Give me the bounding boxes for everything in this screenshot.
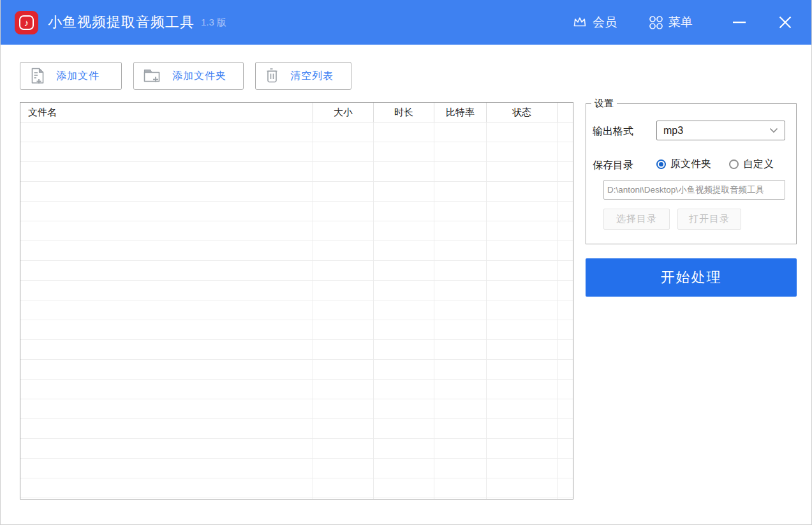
column-header-filename[interactable]: 文件名	[20, 103, 313, 122]
toolbar: 添加文件 添加文件夹	[20, 62, 351, 90]
menu-grid-icon	[649, 15, 663, 30]
crown-icon	[572, 15, 587, 29]
close-button[interactable]	[774, 11, 796, 33]
settings-group-title: 设置	[591, 97, 617, 110]
radio-original-folder[interactable]: 原文件夹	[656, 158, 711, 171]
add-files-label: 添加文件	[56, 70, 100, 83]
minimize-icon	[732, 20, 746, 24]
output-format-label: 输出格式	[593, 125, 633, 138]
choose-directory-button[interactable]: 选择目录	[603, 209, 670, 230]
settings-groupbox: 设置 输出格式 mp3 保存目录 原文件夹 自定义 D:\antoni\Desk…	[586, 103, 797, 244]
column-divider	[313, 122, 313, 499]
column-header-status[interactable]: 状态	[487, 103, 557, 122]
app-version: 1.3 版	[201, 17, 226, 29]
file-table-header: 文件名 大小 时长 比特率 状态	[20, 103, 573, 122]
output-format-select[interactable]: mp3	[656, 121, 785, 140]
column-header-extra	[557, 103, 573, 122]
menu-button[interactable]: 菜单	[649, 14, 693, 31]
app-title: 小鱼视频提取音频工具	[48, 13, 195, 32]
close-icon	[778, 15, 792, 29]
start-processing-button[interactable]: 开始处理	[586, 258, 797, 297]
output-format-value: mp3	[663, 125, 769, 137]
radio-custom-folder[interactable]: 自定义	[729, 158, 774, 171]
music-note-icon: ♪	[19, 15, 34, 30]
column-divider	[373, 122, 374, 499]
minimize-button[interactable]	[728, 11, 750, 33]
column-header-duration[interactable]: 时长	[374, 103, 434, 122]
save-dir-label: 保存目录	[593, 159, 633, 172]
trash-icon	[265, 67, 280, 85]
save-path-input[interactable]: D:\antoni\Desktop\小鱼视频提取音频工具	[603, 180, 785, 200]
radio-original-folder-label: 原文件夹	[670, 158, 711, 171]
file-table-body	[20, 122, 573, 499]
save-dir-radio-group: 原文件夹 自定义	[656, 158, 774, 171]
add-file-icon	[29, 67, 46, 85]
column-header-size[interactable]: 大小	[313, 103, 374, 122]
file-list-table: 文件名 大小 时长 比特率 状态	[20, 102, 573, 499]
column-divider	[557, 122, 557, 499]
add-folder-icon	[143, 67, 162, 85]
radio-checked-icon	[656, 159, 666, 169]
clear-list-button[interactable]: 清空列表	[255, 62, 351, 90]
clear-list-label: 清空列表	[290, 70, 334, 83]
add-folder-button[interactable]: 添加文件夹	[133, 62, 244, 90]
add-files-button[interactable]: 添加文件	[20, 62, 122, 90]
titlebar: ♪ 小鱼视频提取音频工具 1.3 版 会员 菜单	[1, 0, 811, 45]
column-header-bitrate[interactable]: 比特率	[434, 103, 487, 122]
column-divider	[486, 122, 487, 499]
member-button[interactable]: 会员	[572, 14, 617, 31]
menu-label: 菜单	[668, 14, 693, 31]
chevron-down-icon	[769, 128, 778, 133]
member-label: 会员	[593, 14, 617, 31]
radio-custom-folder-label: 自定义	[743, 158, 774, 171]
open-directory-button[interactable]: 打开目录	[677, 209, 741, 230]
radio-unchecked-icon	[729, 159, 739, 169]
app-window: ♪ 小鱼视频提取音频工具 1.3 版 会员 菜单	[0, 0, 812, 525]
add-folder-label: 添加文件夹	[172, 70, 226, 83]
app-logo-icon: ♪	[15, 11, 38, 34]
column-divider	[434, 122, 434, 499]
